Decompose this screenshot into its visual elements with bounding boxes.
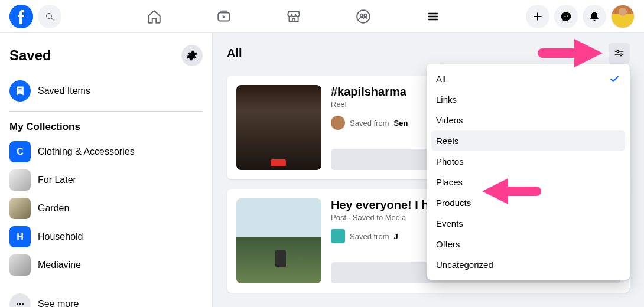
collection-thumb: H [9, 226, 31, 247]
sidebar-item-saved-items[interactable]: Saved Items [5, 76, 207, 106]
account-avatar[interactable] [611, 5, 635, 28]
settings-button[interactable] [181, 45, 203, 66]
marketplace-icon [286, 9, 301, 24]
my-collections-label: My Collections [5, 116, 207, 138]
saved-from-prefix: Saved from [350, 119, 389, 128]
svg-point-7 [360, 14, 363, 16]
nav-center [66, 2, 521, 31]
groups-icon [356, 9, 371, 24]
search-button[interactable] [38, 5, 61, 28]
annotation-arrow-reels [482, 178, 541, 204]
collection-clothing[interactable]: C Clothing & Accessories [5, 138, 207, 166]
saved-from-name[interactable]: Sen [393, 119, 408, 128]
filter-option-all[interactable]: All [431, 68, 625, 89]
collection-label: Garden [38, 203, 69, 214]
svg-point-8 [364, 14, 366, 16]
nav-home[interactable] [122, 2, 187, 31]
filter-option-events[interactable]: Events [431, 213, 625, 234]
svg-point-18 [617, 50, 619, 52]
filter-button[interactable] [609, 43, 630, 64]
svg-rect-21 [538, 48, 578, 58]
filter-option-videos[interactable]: Videos [431, 110, 625, 130]
svg-point-15 [19, 303, 21, 305]
home-icon [147, 9, 162, 24]
collection-for-later[interactable]: For Later [5, 166, 207, 194]
top-right [526, 5, 635, 28]
collection-label: Clothing & Accessories [38, 146, 135, 157]
content-area: All #kapilsharma Reel Saved from [213, 33, 644, 307]
svg-marker-24 [482, 178, 508, 204]
saved-from-prefix: Saved from [350, 232, 389, 241]
facebook-logo[interactable] [9, 5, 33, 28]
sidebar-item-label: Saved Items [38, 86, 90, 96]
collection-label: Mediavine [38, 260, 81, 270]
filter-option-photos[interactable]: Photos [431, 151, 625, 172]
ellipsis-icon [9, 293, 31, 307]
watch-icon [216, 9, 232, 24]
gear-icon [186, 50, 198, 61]
collection-thumb [9, 254, 31, 276]
svg-point-14 [17, 303, 18, 305]
svg-point-6 [357, 10, 370, 23]
nav-watch[interactable] [191, 2, 256, 31]
svg-line-2 [51, 18, 53, 20]
svg-marker-22 [574, 39, 603, 67]
source-avatar[interactable] [331, 116, 345, 130]
collection-label: For Later [38, 175, 76, 185]
see-more-button[interactable]: See more [5, 290, 207, 307]
content-title: All [227, 47, 242, 60]
check-icon [609, 73, 620, 85]
filter-option-offers[interactable]: Offers [431, 234, 625, 254]
filter-option-uncategorized[interactable]: Uncategorized [431, 254, 625, 275]
nav-groups[interactable] [331, 2, 396, 31]
filter-option-links[interactable]: Links [431, 89, 625, 110]
collection-thumb [9, 198, 31, 219]
plus-icon [532, 11, 544, 22]
messenger-icon [560, 11, 572, 22]
search-icon [45, 12, 54, 21]
collection-garden[interactable]: Garden [5, 194, 207, 223]
collection-label: Household [38, 231, 83, 242]
top-navbar [0, 0, 644, 33]
bell-icon [588, 11, 600, 22]
see-more-label: See more [38, 299, 79, 307]
create-button[interactable] [526, 5, 549, 28]
svg-point-16 [22, 303, 24, 305]
filter-option-reels[interactable]: Reels [431, 130, 625, 151]
sidebar-header: Saved [5, 43, 207, 76]
divider [9, 111, 203, 112]
nav-menu[interactable] [401, 2, 466, 31]
notifications-button[interactable] [583, 5, 606, 28]
sidebar: Saved Saved Items My Collections C Cloth… [0, 33, 213, 307]
sliders-icon [614, 48, 625, 58]
bookmark-icon [9, 80, 31, 102]
card-thumbnail[interactable] [236, 85, 321, 170]
source-avatar[interactable] [331, 229, 345, 243]
sidebar-title: Saved [9, 47, 51, 64]
filter-dropdown: All Links Videos Reels Photos Places Pro… [427, 64, 630, 280]
saved-from-name[interactable]: J [393, 232, 398, 241]
hamburger-icon [426, 9, 440, 24]
card-thumbnail[interactable] [236, 198, 321, 283]
collection-mediavine[interactable]: Mediavine [5, 251, 207, 279]
nav-marketplace[interactable] [261, 2, 326, 31]
messenger-button[interactable] [554, 5, 578, 28]
svg-rect-23 [503, 187, 541, 196]
main-area: Saved Saved Items My Collections C Cloth… [0, 33, 644, 307]
facebook-logo-icon [9, 5, 33, 28]
collection-household[interactable]: H Household [5, 223, 207, 251]
collection-thumb [9, 169, 31, 191]
annotation-arrow-filter [538, 39, 603, 67]
svg-rect-5 [292, 18, 295, 21]
collection-thumb: C [9, 141, 31, 162]
svg-point-20 [620, 54, 622, 55]
